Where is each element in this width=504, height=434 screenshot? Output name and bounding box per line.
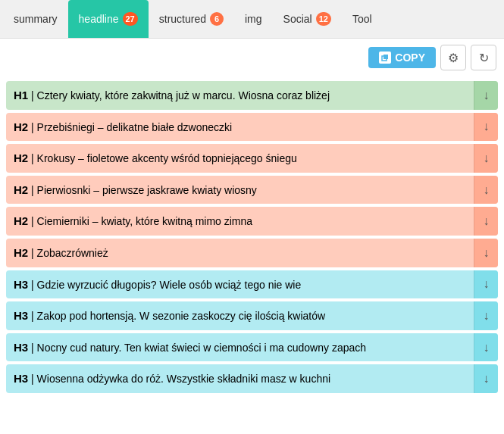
headline-row: H2 | Przebiśniegi – delikatne białe dzwo…: [6, 113, 498, 142]
tab-headline[interactable]: headline27: [68, 0, 149, 38]
copy-button[interactable]: COPY: [368, 47, 436, 68]
headlines-list: H1 | Cztery kwiaty, które zakwitną już w…: [0, 76, 504, 398]
headline-tag: H2: [14, 183, 28, 196]
headline-body: H2 | Zobaczrównież: [6, 239, 474, 267]
headline-body: H3 | Zakop pod hortensją. W sezonie zask…: [6, 301, 474, 330]
headline-row: H3 | Zakop pod hortensją. W sezonie zask…: [6, 301, 498, 330]
copy-icon: [379, 52, 391, 64]
headline-tag: H1: [14, 89, 28, 101]
headline-expand-button[interactable]: ↓: [474, 81, 498, 110]
headline-expand-button[interactable]: ↓: [474, 144, 498, 173]
headline-expand-button[interactable]: ↓: [474, 176, 498, 205]
headline-row: H3 | Wiosenna odżywka do róż. Wszystkie …: [6, 364, 498, 393]
headline-body: H3 | Gdzie wyrzucić długopis? Wiele osób…: [6, 270, 474, 299]
headline-body: H2 | Ciemierniki – kwiaty, które kwitną …: [6, 207, 474, 236]
headline-tag: H3: [14, 372, 28, 385]
tab-structured[interactable]: structured6: [149, 0, 234, 38]
tab-bar: summaryheadline27structured6imgSocial12T…: [0, 0, 504, 39]
headline-expand-button[interactable]: ↓: [474, 333, 498, 362]
headline-row: H1 | Cztery kwiaty, które zakwitną już w…: [6, 81, 498, 110]
svg-rect-1: [383, 55, 388, 59]
tab-img[interactable]: img: [234, 0, 273, 38]
headline-expand-button[interactable]: ↓: [474, 239, 498, 267]
headline-row: H3 | Gdzie wyrzucić długopis? Wiele osób…: [6, 270, 498, 299]
headline-body: H2 | Krokusy – fioletowe akcenty wśród t…: [6, 144, 474, 173]
tab-tool[interactable]: Tool: [342, 0, 383, 38]
headline-body: H3 | Wiosenna odżywka do róż. Wszystkie …: [6, 364, 474, 393]
copy-label: COPY: [395, 52, 425, 64]
headline-expand-button[interactable]: ↓: [474, 364, 498, 393]
tab-badge-social: 12: [316, 12, 331, 26]
refresh-button[interactable]: ↻: [471, 45, 496, 70]
tab-badge-headline: 27: [123, 12, 138, 26]
refresh-icon: ↻: [479, 51, 489, 65]
headline-expand-button[interactable]: ↓: [474, 207, 498, 236]
headline-tag: H2: [14, 120, 28, 133]
headline-tag: H3: [14, 309, 28, 322]
headline-tag: H3: [14, 341, 28, 354]
headline-body: H1 | Cztery kwiaty, które zakwitną już w…: [6, 81, 474, 110]
headline-expand-button[interactable]: ↓: [474, 113, 498, 142]
headline-body: H2 | Przebiśniegi – delikatne białe dzwo…: [6, 113, 474, 142]
headline-row: H2 | Krokusy – fioletowe akcenty wśród t…: [6, 144, 498, 173]
headline-expand-button[interactable]: ↓: [474, 301, 498, 330]
headline-body: H2 | Pierwiosnki – pierwsze jaskrawe kwi…: [6, 176, 474, 205]
toolbar: COPY ⚙ ↻: [0, 39, 504, 76]
headline-tag: H2: [14, 246, 28, 259]
headline-tag: H2: [14, 214, 28, 227]
gear-icon: ⚙: [448, 51, 459, 65]
headline-body: H3 | Nocny cud natury. Ten kwiat świeci …: [6, 333, 474, 362]
tab-social[interactable]: Social12: [273, 0, 342, 38]
headline-expand-button[interactable]: ↓: [474, 270, 498, 299]
headline-row: H2 | Ciemierniki – kwiaty, które kwitną …: [6, 207, 498, 236]
tab-summary[interactable]: summary: [3, 0, 68, 38]
tab-badge-structured: 6: [210, 12, 224, 26]
headline-tag: H2: [14, 151, 28, 164]
headline-row: H2 | Zobaczrównież↓: [6, 239, 498, 267]
headline-row: H2 | Pierwiosnki – pierwsze jaskrawe kwi…: [6, 176, 498, 205]
settings-button[interactable]: ⚙: [440, 45, 466, 70]
headline-tag: H3: [14, 278, 28, 291]
headline-row: H3 | Nocny cud natury. Ten kwiat świeci …: [6, 333, 498, 362]
